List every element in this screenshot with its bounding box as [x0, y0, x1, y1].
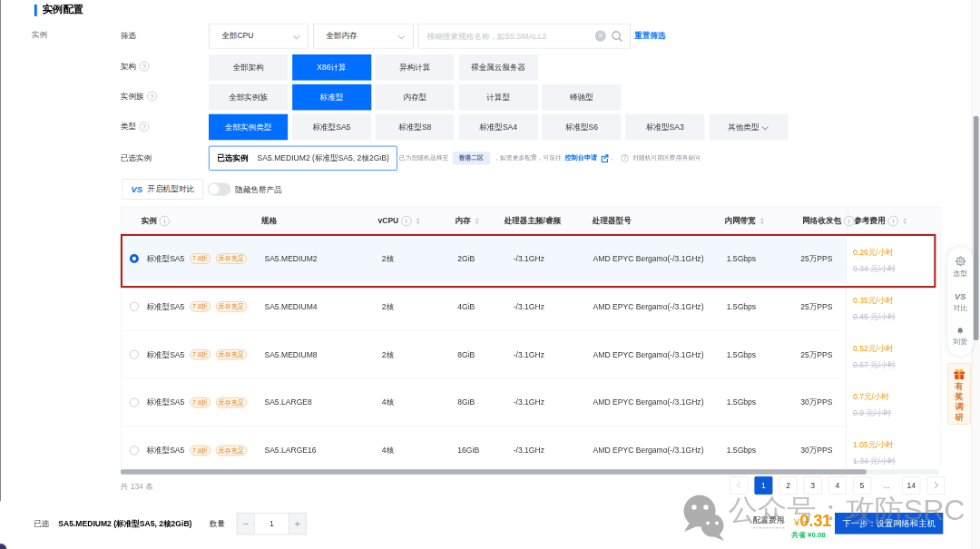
quantity-increase-button[interactable]: + — [289, 513, 307, 534]
arch-btn-hetero[interactable]: 异构计算 — [376, 54, 455, 81]
row-radio[interactable] — [130, 302, 139, 311]
cell-price: 0.26元/小时0.34 元/小时 — [846, 235, 940, 282]
compare-models-button[interactable]: VS 开启机型对比 — [122, 179, 203, 200]
col-header-vcpu[interactable]: vCPUi — [377, 208, 419, 235]
pagination-page-4[interactable]: 4 — [828, 476, 847, 495]
cpu-select[interactable]: 全部CPU — [209, 24, 309, 49]
hide-soldout-toggle[interactable] — [208, 182, 231, 195]
info-icon[interactable]: i — [888, 216, 898, 226]
sort-icon[interactable] — [903, 218, 906, 224]
pagination-page-1[interactable]: 1 — [754, 476, 772, 495]
cell-price: 0.35元/小时0.45 元/小时 — [846, 282, 940, 329]
row-radio[interactable] — [130, 446, 139, 455]
title-accent-bar — [34, 5, 37, 16]
family-btn-memory[interactable]: 内存型 — [376, 84, 455, 111]
cell-spec: SA5.LARGE16 — [264, 426, 316, 469]
pagination-page-2[interactable]: 2 — [779, 476, 798, 495]
toolbar-item-arrival[interactable]: 到货 — [953, 327, 967, 347]
pagination-prev-button[interactable] — [730, 476, 748, 495]
arch-btn-baremetal[interactable]: 裸金属云服务器 — [459, 54, 538, 81]
row-radio[interactable] — [130, 350, 139, 359]
floating-toolbar: 选型 VS 对比 到货 — [947, 247, 973, 356]
next-step-button[interactable]: 下一步：设置网络和主机 — [835, 513, 943, 534]
memory-select[interactable]: 全部内存 — [313, 24, 414, 49]
table-row[interactable]: 标准型SA57.8折库存充足SA5.LARGE164核16GiB-/3.1GHz… — [122, 426, 941, 469]
cell-mem: 16GiB — [457, 426, 479, 469]
pagination-page-14[interactable]: 14 — [902, 476, 920, 495]
window-edge — [0, 0, 1, 549]
cell-pps: 25万PPS — [800, 282, 832, 330]
pagination-next-button[interactable] — [926, 476, 945, 495]
quantity-value[interactable]: 1 — [255, 513, 289, 534]
arch-btn-all[interactable]: 全部架构 — [209, 54, 288, 81]
type-btn-s8[interactable]: 标准型S8 — [376, 114, 455, 141]
selected-instance-box[interactable]: 已选实例 SA5.MEDIUM2 (标准型SA5, 2核2GiB) — [209, 146, 397, 171]
table-row[interactable]: 标准型SA57.8折库存充足SA5.MEDIUM42核4GiB-/3.1GHzA… — [122, 282, 941, 330]
cell-mem: 8GiB — [457, 330, 475, 378]
col-header-freq: 处理器主频/睿频 — [505, 208, 561, 235]
col-header-model: 处理器型号 — [593, 208, 632, 235]
console-apply-link[interactable]: 控制台申请 — [565, 153, 610, 162]
table-row[interactable]: 标准型SA57.8折库存充足SA5.LARGE84核8GiB-/3.1GHzAM… — [122, 378, 941, 426]
cell-pps: 30万PPS — [800, 426, 832, 469]
original-price: 0.9 元/小时 — [853, 407, 940, 418]
original-price: 0.45 元/小时 — [853, 312, 940, 323]
survey-button[interactable]: 有奖调研 — [947, 363, 971, 425]
clear-icon[interactable]: × — [595, 31, 606, 42]
table-row[interactable]: 标准型SA57.8折库存充足SA5.MEDIUM82核8GiB-/3.1GHzA… — [122, 330, 941, 378]
page-title-text: 实例配置 — [42, 4, 83, 17]
horizontal-scrollbar[interactable] — [121, 469, 939, 475]
bottom-bar: 已选 SA5.MEDIUM2 (标准型SA5, 2核2GiB) 数量 − 1 +… — [0, 501, 980, 549]
vertical-scrollbar-thumb[interactable] — [974, 116, 979, 340]
type-btn-sa4[interactable]: 标准型SA4 — [459, 114, 538, 141]
toolbar-item-compare[interactable]: VS 对比 — [953, 291, 967, 313]
quantity-decrease-button[interactable]: − — [237, 513, 255, 534]
info-icon[interactable]: i — [160, 216, 170, 226]
col-header-mem[interactable]: 内存 — [455, 208, 478, 235]
col-header-bandwidth[interactable]: 内网带宽 — [725, 208, 765, 235]
family-btn-standard[interactable]: 标准型 — [292, 84, 371, 111]
type-btn-other[interactable]: 其他类型 — [709, 114, 788, 141]
help-icon[interactable]: ? — [140, 62, 150, 72]
cell-freq: -/3.1GHz — [514, 235, 544, 283]
cell-spec: SA5.MEDIUM4 — [264, 282, 317, 330]
discounted-price: 1.05元/小时 — [853, 439, 940, 450]
question-icon[interactable]: ? — [621, 154, 629, 162]
family-btn-fengchi[interactable]: 蜂驰型 — [542, 84, 621, 111]
pagination-page-3[interactable]: 3 — [804, 476, 822, 495]
search-icon[interactable] — [612, 30, 623, 42]
col-header-price[interactable]: 参考费用i — [848, 208, 942, 235]
sort-icon[interactable] — [416, 218, 420, 224]
row-radio[interactable] — [130, 254, 139, 263]
horizontal-scrollbar-thumb[interactable] — [121, 469, 867, 475]
family-btn-all[interactable]: 全部实例族 — [209, 84, 288, 111]
sort-icon[interactable] — [475, 218, 479, 224]
family-button-group: 全部实例族 标准型 内存型 计算型 蜂驰型 — [209, 84, 622, 111]
type-row-label: 类型? — [121, 122, 149, 132]
stock-badge: 库存充足 — [216, 301, 247, 311]
vs-icon: VS — [955, 291, 965, 301]
discounted-price: 0.35元/小时 — [853, 296, 940, 307]
reset-filter-link[interactable]: 重置筛选 — [634, 31, 665, 42]
pagination: 1 2 3 4 5 ... 14 — [730, 476, 945, 495]
chevron-down-icon — [398, 33, 405, 39]
table-row[interactable]: 标准型SA57.8折库存充足SA5.MEDIUM22核2GiB-/3.1GHzA… — [122, 235, 941, 283]
type-btn-s6[interactable]: 标准型S6 — [542, 114, 621, 141]
savings-label: 共省 ¥0.08 — [791, 530, 826, 540]
search-input[interactable] — [418, 32, 594, 41]
help-icon[interactable]: ? — [140, 122, 150, 132]
type-btn-sa3[interactable]: 标准型SA3 — [625, 114, 704, 141]
pagination-page-5[interactable]: 5 — [853, 476, 871, 495]
type-btn-sa5[interactable]: 标准型SA5 — [292, 114, 371, 141]
sort-icon[interactable] — [760, 218, 764, 224]
info-icon[interactable]: i — [401, 216, 411, 226]
help-icon[interactable]: ? — [147, 92, 157, 102]
cell-price: 1.05元/小时1.34 元/小时 — [846, 426, 940, 469]
page-title: 实例配置 — [34, 4, 83, 17]
arch-btn-x86[interactable]: X86计算 — [292, 54, 371, 81]
type-btn-all[interactable]: 全部实例类型 — [209, 114, 288, 141]
toolbar-item-selection[interactable]: 选型 — [953, 256, 967, 278]
family-btn-compute[interactable]: 计算型 — [459, 84, 538, 111]
row-radio[interactable] — [130, 398, 139, 407]
filter-row-label: 筛选 — [121, 31, 136, 42]
